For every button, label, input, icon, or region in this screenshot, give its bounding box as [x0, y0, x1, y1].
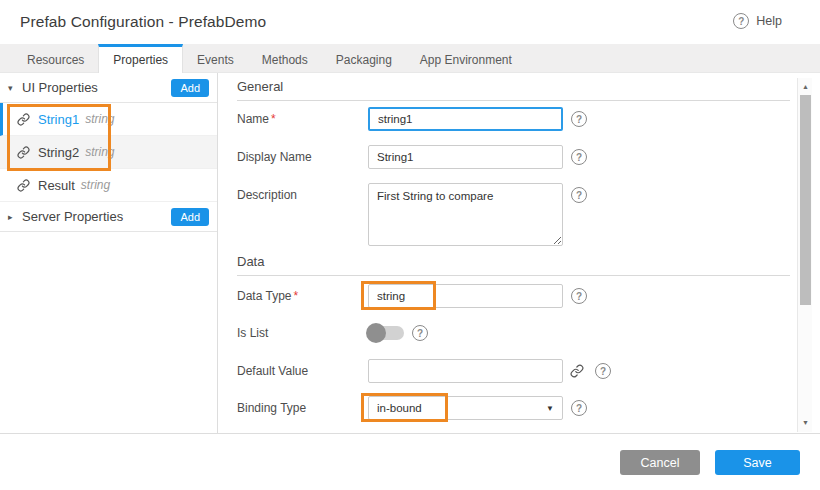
data-section-heading: Data [237, 254, 790, 276]
tab-packaging[interactable]: Packaging [322, 44, 406, 73]
help-icon: ? [733, 13, 749, 29]
help-icon[interactable]: ? [571, 149, 587, 165]
general-section-heading: General [237, 79, 790, 101]
server-properties-label: Server Properties [22, 209, 171, 224]
default-value-input[interactable] [368, 359, 563, 383]
tab-properties[interactable]: Properties [98, 44, 183, 73]
help-label: Help [756, 14, 782, 28]
tab-resources[interactable]: Resources [13, 44, 98, 73]
help-icon[interactable]: ? [571, 187, 587, 203]
property-name: Result [38, 178, 75, 193]
help-button[interactable]: ? Help [733, 13, 782, 29]
help-icon[interactable]: ? [571, 111, 587, 127]
prefab-configuration-dialog: Prefab Configuration - PrefabDemo ? Help… [0, 0, 820, 490]
toggle-knob [366, 323, 386, 343]
add-ui-property-button[interactable]: Add [171, 79, 209, 97]
property-form-panel: General Name* ? Display Name ? Descripti… [219, 73, 797, 433]
properties-sidebar: ▾ UI Properties Add String1 string Strin… [0, 73, 218, 433]
help-icon[interactable]: ? [571, 288, 587, 304]
property-name: String1 [38, 112, 79, 127]
scroll-up-icon[interactable]: ▲ [798, 80, 813, 94]
property-type: string [85, 112, 114, 126]
is-list-row: Is List ? [237, 321, 428, 345]
property-type: string [81, 178, 110, 192]
data-type-label: Data Type* [237, 289, 368, 303]
required-marker: * [271, 112, 276, 126]
page-title: Prefab Configuration - PrefabDemo [20, 13, 266, 31]
dialog-footer: Cancel Save [0, 433, 820, 490]
data-type-row: Data Type* ? [237, 284, 587, 308]
link-icon [17, 146, 30, 159]
vertical-scrollbar[interactable]: ▲ ▼ [797, 78, 812, 432]
link-icon [17, 179, 30, 192]
server-properties-header[interactable]: ▸ Server Properties Add [0, 202, 217, 232]
name-input[interactable] [368, 107, 563, 131]
name-row: Name* ? [237, 107, 587, 131]
property-type: string [85, 145, 114, 159]
caret-right-icon: ▸ [8, 212, 22, 222]
ui-properties-label: UI Properties [22, 80, 171, 95]
binding-type-label: Binding Type [237, 401, 368, 415]
help-icon[interactable]: ? [571, 400, 587, 416]
tab-methods[interactable]: Methods [248, 44, 322, 73]
save-button[interactable]: Save [715, 450, 800, 475]
display-name-label: Display Name [237, 150, 368, 164]
binding-type-select[interactable]: in-bound ▼ [368, 396, 563, 420]
sidebar-item-result[interactable]: Result string [0, 169, 217, 202]
cancel-button[interactable]: Cancel [620, 450, 700, 475]
tab-bar: Resources Properties Events Methods Pack… [0, 44, 820, 73]
ui-properties-header[interactable]: ▾ UI Properties Add [0, 73, 217, 103]
default-value-row: Default Value ? [237, 359, 611, 383]
link-icon [17, 113, 30, 126]
default-value-label: Default Value [237, 364, 368, 378]
scroll-down-icon[interactable]: ▼ [798, 416, 813, 430]
display-name-row: Display Name ? [237, 145, 587, 169]
is-list-label: Is List [237, 326, 368, 340]
sidebar-item-string2[interactable]: String2 string [0, 136, 217, 169]
name-label: Name* [237, 112, 368, 126]
scrollbar-thumb[interactable] [800, 95, 811, 305]
property-name: String2 [38, 145, 79, 160]
bind-link-icon[interactable] [570, 364, 584, 378]
tab-app-environment[interactable]: App Environment [406, 44, 526, 73]
binding-type-row: Binding Type in-bound ▼ ? [237, 396, 587, 420]
dropdown-arrow-icon: ▼ [546, 404, 554, 413]
caret-down-icon: ▾ [8, 83, 22, 93]
description-textarea[interactable]: First String to compare [368, 183, 563, 246]
required-marker: * [293, 289, 298, 303]
binding-type-value: in-bound [377, 402, 422, 414]
display-name-input[interactable] [368, 145, 563, 169]
add-server-property-button[interactable]: Add [171, 208, 209, 226]
description-label: Description [237, 183, 368, 202]
description-row: Description First String to compare ? [237, 183, 587, 246]
data-type-input[interactable] [368, 284, 563, 308]
help-icon[interactable]: ? [595, 363, 611, 379]
title-bar: Prefab Configuration - PrefabDemo ? Help [0, 0, 820, 44]
tab-events[interactable]: Events [183, 44, 248, 73]
content-area: ▾ UI Properties Add String1 string Strin… [0, 73, 820, 433]
help-icon[interactable]: ? [412, 325, 428, 341]
sidebar-item-string1[interactable]: String1 string [0, 103, 217, 136]
is-list-toggle[interactable] [368, 326, 404, 340]
